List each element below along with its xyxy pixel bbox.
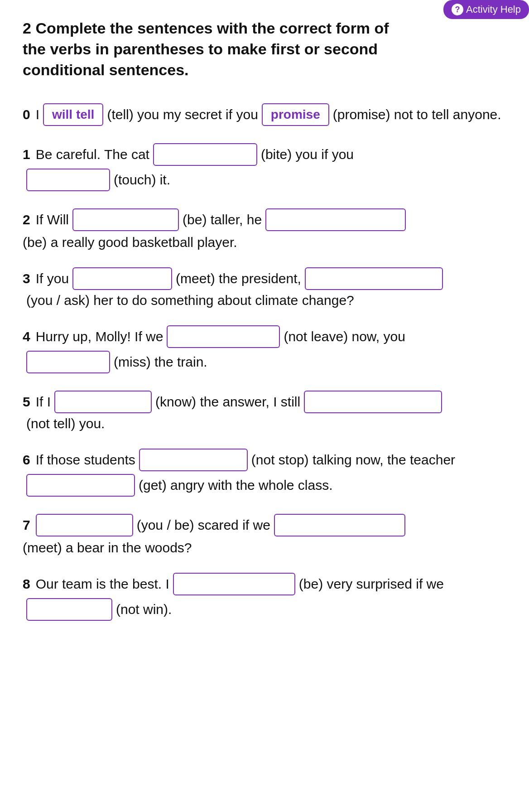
num-3: 3 (23, 271, 30, 286)
exercise-5: 5 If I (know) the answer, I still (not t… (23, 391, 506, 431)
help-icon: ? (452, 4, 463, 15)
exercise-0: 0 I will tell (tell) you my secret if yo… (23, 103, 506, 126)
num-1: 1 (23, 147, 30, 162)
num-6: 6 (23, 452, 30, 468)
num-4: 4 (23, 329, 30, 344)
num-5: 5 (23, 394, 30, 410)
input-1-1[interactable] (153, 143, 257, 166)
activity-help-button[interactable]: ? Activity Help (443, 0, 529, 19)
activity-help-label: Activity Help (466, 4, 521, 15)
num-0: 0 (23, 107, 30, 122)
input-7-2[interactable] (274, 514, 405, 536)
instructions: 2 Complete the sentences with the correc… (23, 18, 506, 81)
input-5-1[interactable] (54, 391, 152, 413)
answer-0-1: will tell (43, 103, 103, 126)
num-7: 7 (23, 517, 30, 533)
input-2-2[interactable] (265, 208, 406, 231)
num-8: 8 (23, 576, 30, 592)
input-5-2[interactable] (304, 391, 442, 413)
input-4-1[interactable] (167, 325, 280, 348)
input-1-2[interactable] (26, 169, 110, 191)
exercise-4: 4 Hurry up, Molly! If we (not leave) now… (23, 325, 506, 373)
exercise-1: 1 Be careful. The cat (bite) you if you … (23, 143, 506, 191)
exercise-2: 2 If Will (be) taller, he (be) a really … (23, 208, 506, 250)
exercise-3: 3 If you (meet) the president, (you / as… (23, 267, 506, 308)
input-8-1[interactable] (173, 573, 295, 595)
page: ? Activity Help 2 Complete the sentences… (0, 0, 529, 812)
input-6-2[interactable] (26, 474, 135, 497)
input-8-2[interactable] (26, 598, 112, 621)
answer-0-2: promise (262, 103, 329, 126)
input-2-1[interactable] (72, 208, 179, 231)
exercise-7: 7 (you / be) scared if we (meet) a bear … (23, 514, 506, 556)
input-6-1[interactable] (139, 449, 248, 471)
exercise-8: 8 Our team is the best. I (be) very surp… (23, 573, 506, 621)
instruction-number: 2 (23, 19, 31, 37)
exercise-6: 6 If those students (not stop) talking n… (23, 449, 506, 497)
input-7-1[interactable] (36, 514, 133, 536)
input-3-2[interactable] (305, 267, 443, 290)
input-4-2[interactable] (26, 351, 110, 373)
num-2: 2 (23, 212, 30, 227)
instruction-text: Complete the sentences with the correct … (23, 19, 389, 78)
input-3-1[interactable] (72, 267, 172, 290)
